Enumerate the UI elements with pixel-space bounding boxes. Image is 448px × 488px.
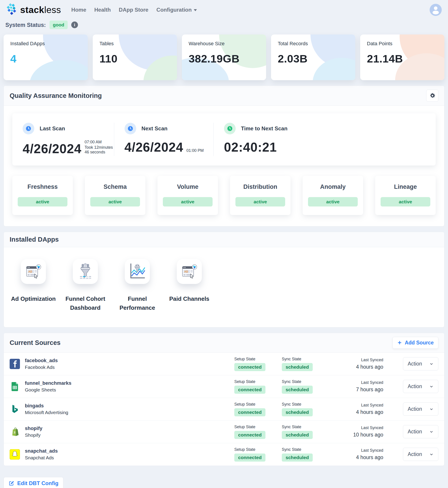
action-dropdown[interactable]: Action [403, 380, 438, 393]
sync-state-label: Sync State [282, 447, 329, 452]
status-badge: active [308, 197, 358, 207]
qa-settings-button[interactable] [426, 90, 438, 102]
dapp-ad-optimization[interactable]: AD Ad Optimization [7, 259, 59, 312]
last-synced-value: 4 hours ago [337, 364, 383, 370]
last-synced-col: Last Synced 10 hours ago [337, 425, 383, 438]
stat-value: 382.19GB [189, 52, 259, 65]
next-scan-block: Next Scan 4/26/2024 01:00 PM [114, 123, 214, 156]
sync-state-badge: scheduled [282, 454, 313, 462]
setup-state-col: Setup State connected [234, 357, 282, 371]
action-dropdown[interactable]: Action [403, 448, 438, 461]
edit-dbt-config-button[interactable]: Edit DBT Config [4, 477, 63, 488]
current-sources-panel: Current Sources Add Source facebook_ads … [4, 333, 444, 466]
setup-state-label: Setup State [234, 402, 282, 407]
next-scan-date: 4/26/2024 [125, 140, 184, 154]
sync-state-badge: scheduled [282, 408, 313, 416]
last-synced-label: Last Synced [337, 448, 383, 453]
action-dropdown[interactable]: Action [403, 357, 438, 370]
check-title: Anomaly [308, 184, 358, 190]
svg-text:AD: AD [184, 270, 188, 273]
setup-state-badge: connected [234, 408, 265, 416]
stat-value: 110 [99, 52, 170, 65]
source-id: bingads [25, 403, 68, 409]
dapp-name: Funnel Performance [114, 294, 161, 312]
last-synced-label: Last Synced [337, 425, 383, 430]
countdown-value: 02:40:21 [224, 140, 277, 154]
svg-text:S: S [14, 431, 16, 434]
setup-state-badge: connected [234, 386, 265, 394]
source-row-bingads: bingads Microsoft Advertising Setup Stat… [4, 398, 444, 421]
stat-label: Warehouse Size [189, 41, 259, 47]
status-badge: active [90, 197, 140, 207]
last-synced-value: 10 hours ago [337, 432, 383, 438]
stat-card-total-records: Total Records 2.03B [271, 34, 355, 80]
qa-panel-title: Quality Assurance Monitoring [10, 92, 102, 99]
check-title: Volume [163, 184, 213, 190]
stat-value: 21.14B [367, 52, 438, 65]
source-service: Microsoft Advertising [25, 410, 68, 415]
chevron-down-icon [429, 384, 434, 389]
qa-body: Last Scan 4/26/2024 07:00 AM Took 12minu… [4, 106, 444, 226]
status-badge: active [381, 197, 430, 207]
navbar: stackless Home Health DApp Store Configu… [0, 0, 448, 17]
status-badge: active [18, 197, 67, 207]
dapp-funnel-cohort-dashboard[interactable]: Funnel Cohort Dashboard [59, 259, 111, 312]
last-synced-label: Last Synced [337, 380, 383, 385]
last-scan-duration: Took 12minutes 46 seconds [85, 145, 114, 154]
setup-state-col: Setup State connected [234, 402, 282, 416]
stackless-logo[interactable]: stackless [5, 3, 61, 17]
sync-state-col: Sync State scheduled [282, 425, 329, 439]
setup-state-label: Setup State [234, 447, 282, 452]
source-row-snapchat-ads: snapchat_ads Snapchat Ads Setup State co… [4, 443, 444, 466]
qa-panel-header: Quality Assurance Monitoring [4, 86, 444, 106]
nav-link-configuration[interactable]: Configuration [156, 7, 197, 13]
system-status-badge: good [49, 21, 68, 29]
system-status-row: System Status: good i [0, 17, 448, 31]
status-badge: active [163, 197, 213, 207]
stat-value: 4 [10, 52, 81, 65]
sources-panel-header: Current Sources Add Source [4, 333, 444, 353]
user-avatar[interactable] [430, 4, 442, 16]
installed-dapps-panel: Installed DApps AD [4, 232, 444, 328]
google-sheets-icon [10, 381, 20, 392]
gear-icon [429, 92, 436, 99]
nav-link-dapp-store[interactable]: DApp Store [119, 7, 148, 13]
check-title: Freshness [18, 184, 67, 190]
last-scan-label: Last Scan [40, 125, 65, 132]
clock-icon [224, 123, 236, 134]
stat-card-tables: Tables 110 [93, 34, 177, 80]
stat-card-data-points: Data Points 21.14B [360, 34, 444, 80]
last-synced-col: Last Synced 7 hours ago [337, 380, 383, 392]
setup-state-badge: connected [234, 431, 265, 439]
info-icon[interactable]: i [71, 22, 78, 28]
sync-state-badge: scheduled [282, 431, 313, 439]
dapp-funnel-performance[interactable]: Funnel Performance [111, 259, 163, 312]
nav-link-health[interactable]: Health [94, 7, 111, 13]
action-dropdown[interactable]: Action [403, 425, 438, 438]
check-title: Schema [90, 184, 140, 190]
stat-label: Data Points [367, 41, 438, 47]
chevron-down-icon [429, 452, 434, 457]
time-to-next-scan-block: Time to Next Scan 02:40:21 [214, 123, 436, 156]
stat-value: 2.03B [278, 52, 349, 65]
check-title: Distribution [235, 184, 285, 190]
sync-state-col: Sync State scheduled [282, 402, 329, 416]
sync-state-label: Sync State [282, 425, 329, 429]
dapp-name: Paid Channels [169, 294, 209, 303]
last-synced-col: Last Synced 4 hours ago [337, 448, 383, 460]
nav-link-home[interactable]: Home [71, 7, 86, 13]
edit-icon [8, 480, 14, 486]
dapp-paid-channels[interactable]: AD Paid Channels [163, 259, 215, 312]
setup-state-col: Setup State connected [234, 447, 282, 462]
facebook-icon [10, 359, 20, 369]
add-source-button[interactable]: Add Source [392, 337, 438, 349]
brand-name: stackless [20, 5, 61, 15]
setup-state-label: Setup State [234, 379, 282, 384]
nav-links: Home Health DApp Store Configuration [71, 7, 197, 13]
source-service: Facebook Ads [25, 365, 58, 370]
bing-icon [10, 404, 20, 414]
setup-state-col: Setup State connected [234, 379, 282, 394]
clock-icon [23, 123, 34, 134]
ad-window-icon: AD [177, 259, 202, 284]
action-dropdown[interactable]: Action [403, 402, 438, 416]
